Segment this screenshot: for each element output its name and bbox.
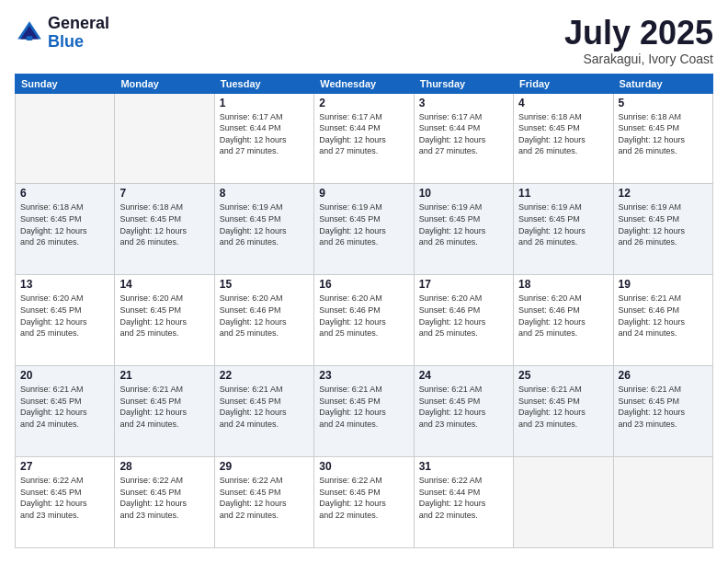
day-info: Sunrise: 6:19 AM Sunset: 6:45 PM Dayligh… (419, 201, 508, 247)
day-number: 10 (419, 187, 508, 200)
svg-rect-2 (27, 36, 32, 40)
calendar-cell (16, 93, 115, 184)
calendar-cell (115, 93, 214, 184)
day-number: 1 (220, 97, 309, 109)
day-number: 28 (119, 460, 209, 473)
day-info: Sunrise: 6:17 AM Sunset: 6:44 PM Dayligh… (419, 111, 508, 157)
day-info: Sunrise: 6:22 AM Sunset: 6:45 PM Dayligh… (119, 475, 209, 521)
day-info: Sunrise: 6:22 AM Sunset: 6:45 PM Dayligh… (319, 475, 408, 521)
day-info: Sunrise: 6:18 AM Sunset: 6:45 PM Dayligh… (20, 201, 109, 247)
day-number: 29 (220, 460, 309, 473)
day-number: 2 (319, 97, 408, 109)
day-info: Sunrise: 6:21 AM Sunset: 6:45 PM Dayligh… (419, 384, 508, 430)
week-row-4: 20Sunrise: 6:21 AM Sunset: 6:45 PM Dayli… (16, 366, 713, 457)
calendar-cell: 24Sunrise: 6:21 AM Sunset: 6:45 PM Dayli… (414, 366, 513, 457)
day-info: Sunrise: 6:21 AM Sunset: 6:46 PM Dayligh… (619, 293, 708, 339)
week-row-5: 27Sunrise: 6:22 AM Sunset: 6:45 PM Dayli… (16, 457, 713, 548)
day-number: 26 (619, 369, 708, 382)
day-info: Sunrise: 6:20 AM Sunset: 6:45 PM Dayligh… (20, 293, 109, 339)
calendar-cell: 23Sunrise: 6:21 AM Sunset: 6:45 PM Dayli… (314, 366, 414, 457)
week-row-1: 1Sunrise: 6:17 AM Sunset: 6:44 PM Daylig… (16, 93, 713, 184)
day-number: 31 (419, 460, 508, 473)
calendar-cell: 9Sunrise: 6:19 AM Sunset: 6:45 PM Daylig… (314, 184, 414, 275)
day-number: 27 (20, 460, 109, 473)
day-number: 5 (619, 97, 708, 109)
header-saturday: Saturday (613, 74, 712, 93)
calendar-cell: 2Sunrise: 6:17 AM Sunset: 6:44 PM Daylig… (314, 93, 414, 184)
calendar-cell: 15Sunrise: 6:20 AM Sunset: 6:46 PM Dayli… (214, 275, 313, 366)
calendar-cell: 4Sunrise: 6:18 AM Sunset: 6:45 PM Daylig… (514, 93, 613, 184)
calendar-cell: 10Sunrise: 6:19 AM Sunset: 6:45 PM Dayli… (414, 184, 513, 275)
calendar-cell: 14Sunrise: 6:20 AM Sunset: 6:45 PM Dayli… (115, 275, 214, 366)
calendar-cell: 25Sunrise: 6:21 AM Sunset: 6:45 PM Dayli… (514, 366, 613, 457)
day-info: Sunrise: 6:18 AM Sunset: 6:45 PM Dayligh… (619, 111, 708, 157)
day-info: Sunrise: 6:21 AM Sunset: 6:45 PM Dayligh… (20, 384, 109, 430)
week-row-2: 6Sunrise: 6:18 AM Sunset: 6:45 PM Daylig… (16, 184, 713, 275)
calendar-cell: 8Sunrise: 6:19 AM Sunset: 6:45 PM Daylig… (214, 184, 313, 275)
header-friday: Friday (514, 74, 613, 93)
day-info: Sunrise: 6:22 AM Sunset: 6:44 PM Dayligh… (419, 475, 508, 521)
calendar-cell: 11Sunrise: 6:19 AM Sunset: 6:45 PM Dayli… (514, 184, 613, 275)
day-number: 6 (20, 187, 109, 200)
day-number: 20 (20, 369, 109, 382)
day-info: Sunrise: 6:22 AM Sunset: 6:45 PM Dayligh… (20, 475, 109, 521)
calendar-cell: 29Sunrise: 6:22 AM Sunset: 6:45 PM Dayli… (214, 457, 313, 548)
day-info: Sunrise: 6:21 AM Sunset: 6:45 PM Dayligh… (319, 384, 408, 430)
day-number: 3 (419, 97, 508, 109)
week-row-3: 13Sunrise: 6:20 AM Sunset: 6:45 PM Dayli… (16, 275, 713, 366)
calendar-cell: 16Sunrise: 6:20 AM Sunset: 6:46 PM Dayli… (314, 275, 414, 366)
location-subtitle: Sarakagui, Ivory Coast (564, 52, 713, 66)
month-title: July 2025 (564, 15, 713, 52)
calendar-cell: 3Sunrise: 6:17 AM Sunset: 6:44 PM Daylig… (414, 93, 513, 184)
calendar-cell: 1Sunrise: 6:17 AM Sunset: 6:44 PM Daylig… (214, 93, 313, 184)
day-number: 30 (319, 460, 408, 473)
day-info: Sunrise: 6:21 AM Sunset: 6:45 PM Dayligh… (619, 384, 708, 430)
logo: General Blue (15, 15, 109, 52)
calendar-cell: 26Sunrise: 6:21 AM Sunset: 6:45 PM Dayli… (613, 366, 712, 457)
day-number: 18 (518, 278, 608, 291)
day-number: 21 (119, 369, 209, 382)
logo-text: General Blue (48, 15, 109, 52)
day-info: Sunrise: 6:20 AM Sunset: 6:46 PM Dayligh… (518, 293, 608, 339)
calendar-cell: 12Sunrise: 6:19 AM Sunset: 6:45 PM Dayli… (613, 184, 712, 275)
day-number: 11 (518, 187, 608, 200)
calendar-cell: 30Sunrise: 6:22 AM Sunset: 6:45 PM Dayli… (314, 457, 414, 548)
logo-blue-text: Blue (48, 33, 109, 52)
day-number: 14 (119, 278, 209, 291)
calendar-cell: 5Sunrise: 6:18 AM Sunset: 6:45 PM Daylig… (613, 93, 712, 184)
day-number: 16 (319, 278, 408, 291)
day-number: 15 (220, 278, 309, 291)
page: General Blue July 2025 Sarakagui, Ivory … (0, 0, 728, 563)
day-info: Sunrise: 6:21 AM Sunset: 6:45 PM Dayligh… (220, 384, 309, 430)
day-number: 23 (319, 369, 408, 382)
day-number: 17 (419, 278, 508, 291)
calendar-cell: 6Sunrise: 6:18 AM Sunset: 6:45 PM Daylig… (16, 184, 115, 275)
calendar-cell: 20Sunrise: 6:21 AM Sunset: 6:45 PM Dayli… (16, 366, 115, 457)
calendar-cell: 18Sunrise: 6:20 AM Sunset: 6:46 PM Dayli… (514, 275, 613, 366)
day-info: Sunrise: 6:18 AM Sunset: 6:45 PM Dayligh… (518, 111, 608, 157)
calendar-cell: 31Sunrise: 6:22 AM Sunset: 6:44 PM Dayli… (414, 457, 513, 548)
day-info: Sunrise: 6:21 AM Sunset: 6:45 PM Dayligh… (518, 384, 608, 430)
calendar-cell (514, 457, 613, 548)
day-number: 9 (319, 187, 408, 200)
day-info: Sunrise: 6:19 AM Sunset: 6:45 PM Dayligh… (220, 201, 309, 247)
calendar-cell: 17Sunrise: 6:20 AM Sunset: 6:46 PM Dayli… (414, 275, 513, 366)
day-number: 19 (619, 278, 708, 291)
day-info: Sunrise: 6:20 AM Sunset: 6:46 PM Dayligh… (319, 293, 408, 339)
day-info: Sunrise: 6:20 AM Sunset: 6:46 PM Dayligh… (419, 293, 508, 339)
day-info: Sunrise: 6:20 AM Sunset: 6:46 PM Dayligh… (220, 293, 309, 339)
calendar-cell: 19Sunrise: 6:21 AM Sunset: 6:46 PM Dayli… (613, 275, 712, 366)
header: General Blue July 2025 Sarakagui, Ivory … (15, 15, 713, 66)
day-number: 25 (518, 369, 608, 382)
header-thursday: Thursday (414, 74, 513, 93)
day-info: Sunrise: 6:19 AM Sunset: 6:45 PM Dayligh… (319, 201, 408, 247)
day-number: 8 (220, 187, 309, 200)
header-monday: Monday (115, 74, 214, 93)
calendar-cell: 7Sunrise: 6:18 AM Sunset: 6:45 PM Daylig… (115, 184, 214, 275)
header-tuesday: Tuesday (214, 74, 313, 93)
calendar-cell (613, 457, 712, 548)
calendar-cell: 21Sunrise: 6:21 AM Sunset: 6:45 PM Dayli… (115, 366, 214, 457)
day-info: Sunrise: 6:19 AM Sunset: 6:45 PM Dayligh… (619, 201, 708, 247)
day-number: 13 (20, 278, 109, 291)
calendar-cell: 27Sunrise: 6:22 AM Sunset: 6:45 PM Dayli… (16, 457, 115, 548)
